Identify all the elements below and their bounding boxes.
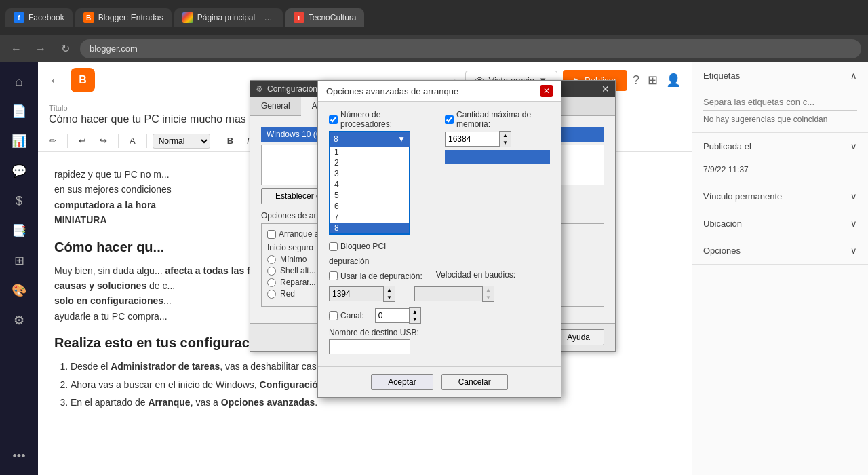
tab-facebook-label: Facebook (28, 13, 64, 22)
no-gui-input[interactable] (267, 230, 276, 239)
max-memory-decrement[interactable]: ▼ (500, 139, 511, 147)
option-8[interactable]: 8 (330, 223, 409, 233)
max-memory-input[interactable] (445, 132, 499, 147)
num-processors-checkbox-label[interactable]: Número de procesadores: (329, 110, 434, 129)
address-bar[interactable] (80, 39, 861, 58)
canal-checkbox[interactable] (329, 311, 338, 320)
refresh-button[interactable]: ↻ (56, 39, 75, 58)
option-7[interactable]: 7 (330, 212, 409, 223)
max-memory-increment[interactable]: ▲ (500, 132, 511, 139)
sidebar-icon-layout[interactable]: ⊞ (5, 247, 33, 274)
advanced-accept-button[interactable]: Aceptar (371, 374, 433, 390)
num-processors-label: Número de procesadores: (340, 110, 434, 129)
sidebar-icon-comments[interactable]: 💬 (5, 157, 33, 185)
options-label: Opciones (703, 246, 741, 256)
canal-checkbox-label[interactable]: Canal: (329, 311, 364, 320)
advanced-dialog-titlebar: Opciones avanzadas de arranque ✕ (318, 81, 561, 102)
list-item-1-prefix: Desde el (71, 361, 111, 372)
apps-icon[interactable]: ⊞ (648, 73, 658, 88)
usb-input[interactable] (329, 339, 410, 354)
doodle-favicon (182, 12, 193, 23)
tab-pagina-principal[interactable]: Página principal – G... (174, 8, 283, 27)
num-processors-dropdown[interactable]: 8 ▼ 1 2 3 4 5 6 7 8 (329, 131, 434, 235)
sidebar-icon-theme[interactable]: 🎨 (5, 277, 33, 304)
forward-nav-button[interactable]: → (31, 39, 50, 58)
max-memory-checkbox[interactable] (445, 115, 454, 124)
browser-chrome: f Facebook B Blogger: Entradas Página pr… (0, 0, 868, 35)
baudrate-spin-btns: ▲ ▼ (383, 286, 395, 302)
radio-repair-input[interactable] (267, 278, 276, 287)
baudrate-field: Velocidad en baudios: (436, 270, 515, 282)
option-6[interactable]: 6 (330, 201, 409, 212)
advanced-dialog-title: Opciones avanzadas de arranque (326, 86, 458, 96)
option-5[interactable]: 5 (330, 190, 409, 201)
sidebar-icon-posts[interactable]: 📄 (5, 98, 33, 125)
option-3[interactable]: 3 (330, 168, 409, 179)
permalink-section-header[interactable]: Vínculo permanente ∨ (692, 183, 868, 210)
radio-shell-input[interactable] (267, 267, 276, 276)
canal-decrement[interactable]: ▼ (410, 316, 420, 323)
editor-title-area: ← B (49, 68, 95, 92)
debug-section: depuración Usar la de depuración: Veloci… (329, 256, 550, 302)
bold-button[interactable]: B (222, 133, 239, 149)
canal-row: Canal: ▲ ▼ (329, 307, 550, 324)
debug-checkbox[interactable] (329, 271, 338, 280)
tags-section-header[interactable]: Etiquetas ∧ (692, 62, 868, 89)
advanced-dialog-content: Número de procesadores: 8 ▼ 1 2 (318, 102, 561, 366)
options-section: Opciones ∨ (692, 238, 868, 265)
permalink-label: Vínculo permanente (703, 191, 782, 202)
tab-blogger[interactable]: B Blogger: Entradas (75, 8, 172, 27)
baudrate-increment[interactable]: ▲ (384, 286, 395, 294)
back-nav-button[interactable]: ← (7, 39, 26, 58)
pci-lock-checkbox[interactable] (329, 242, 338, 251)
debug-checkbox-label[interactable]: Usar la de depuración: (329, 271, 422, 281)
published-section-content: 7/9/22 11:37 (692, 159, 868, 183)
config-tab-general[interactable]: General (250, 97, 301, 115)
sidebar-icon-home[interactable]: ⌂ (5, 68, 33, 95)
canal-label: Canal: (340, 311, 364, 320)
radio-network-input[interactable] (267, 290, 276, 299)
back-button[interactable]: ← (49, 73, 62, 88)
canal-input[interactable] (375, 308, 409, 323)
font-button[interactable]: A (124, 133, 141, 149)
sidebar-icon-earnings[interactable]: $ (5, 187, 33, 214)
options-section-header[interactable]: Opciones ∨ (692, 238, 868, 264)
tags-section-content: No hay sugerencias que coincidan (692, 89, 868, 132)
undo-button[interactable]: ↩ (73, 133, 92, 149)
published-section: Publicada el ∨ 7/9/22 11:37 (692, 133, 868, 183)
tab-tecnocultura[interactable]: T TecnoCultura (285, 8, 365, 27)
max-memory-checkbox-label[interactable]: Cantidad máxima de memoria: (445, 110, 550, 129)
advanced-dialog-close-button[interactable]: ✕ (540, 85, 553, 97)
redo-button[interactable]: ↪ (94, 133, 113, 149)
config-dialog-close-button[interactable]: ✕ (601, 83, 610, 94)
format-select[interactable]: Normal Heading 1 Heading 2 (153, 134, 210, 149)
baudrate-input[interactable] (329, 286, 383, 301)
canal-increment[interactable]: ▲ (410, 308, 420, 316)
location-section-header[interactable]: Ubicación ∨ (692, 210, 868, 237)
account-icon[interactable]: 👤 (666, 73, 681, 88)
max-memory-spin-btns: ▲ ▼ (499, 131, 511, 147)
sidebar-icon-pages[interactable]: 📑 (5, 217, 33, 244)
help-icon[interactable]: ? (633, 73, 639, 88)
canal-spin-btns: ▲ ▼ (409, 307, 421, 324)
advanced-dialog[interactable]: Opciones avanzadas de arranque ✕ Número … (317, 80, 561, 398)
pci-lock-checkbox-label[interactable]: Bloqueo PCI (329, 242, 550, 251)
pencil-button[interactable]: ✏ (43, 133, 62, 149)
max-memory-spinbox[interactable]: ▲ ▼ (445, 131, 550, 147)
sidebar-icon-stats[interactable]: 📊 (5, 128, 33, 155)
option-2[interactable]: 2 (330, 157, 409, 168)
advanced-cancel-button[interactable]: Cancelar (441, 374, 508, 390)
num-processors-checkbox[interactable] (329, 115, 338, 124)
baudrate-spinbox[interactable]: ▲ ▼ (329, 286, 395, 302)
tag-input[interactable] (703, 94, 857, 111)
option-1[interactable]: 1 (330, 147, 409, 157)
radio-minimum-input[interactable] (267, 255, 276, 264)
toolbar-separator-3 (146, 134, 147, 148)
baudrate-decrement[interactable]: ▼ (384, 294, 395, 301)
tab-facebook[interactable]: f Facebook (5, 8, 73, 27)
sidebar-icon-more[interactable]: ••• (5, 442, 33, 470)
sidebar-icon-settings[interactable]: ⚙ (5, 307, 33, 334)
published-section-header[interactable]: Publicada el ∨ (692, 133, 868, 159)
canal-spinbox[interactable]: ▲ ▼ (375, 307, 421, 324)
option-4[interactable]: 4 (330, 179, 409, 190)
